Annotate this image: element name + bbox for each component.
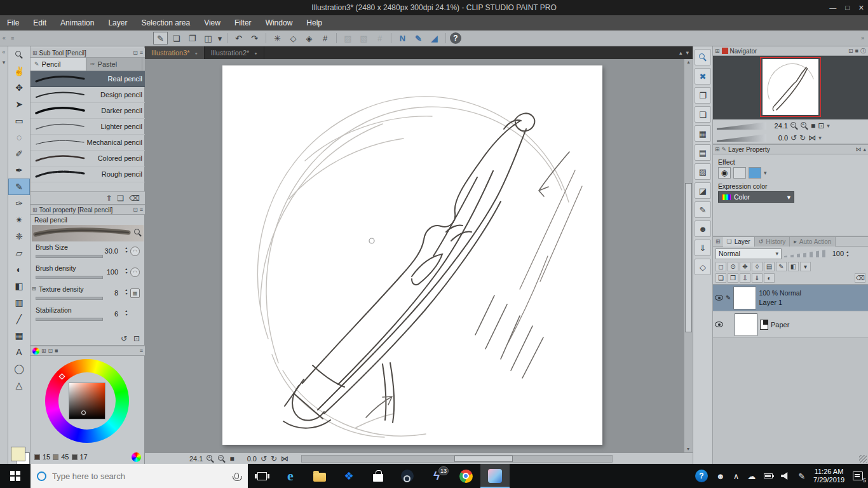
menu-window[interactable]: Window [259,18,300,27]
pressure-pen-button[interactable]: ✎ [411,32,426,44]
subtool-item-lighter-pencil[interactable]: Lighter pencil [31,119,145,135]
expression-color-dropdown[interactable]: Color ▾ [718,191,794,203]
flip-horizontal-icon[interactable]: ⋈ [281,454,288,463]
material-color-pattern-button[interactable]: ❐ [695,87,711,104]
tool-hand[interactable]: ✌ [8,63,30,79]
vertical-scrollbar[interactable]: ▴ ▾ [684,59,693,452]
drawing-canvas[interactable] [222,65,602,445]
nav-rotate-ccw-icon[interactable]: ↺ [790,133,797,142]
transfer-layer-button[interactable]: ⇩ [740,273,750,283]
nav-fit-icon[interactable]: ■ [811,121,815,130]
battery-icon[interactable] [764,473,773,478]
preview-zoom-icon[interactable] [134,229,142,236]
nav-rotate-menu-icon[interactable]: ▾ [818,135,822,141]
material-pen-button[interactable]: ✎ [695,201,711,218]
visibility-eye-icon[interactable] [715,295,723,301]
reset-settings-icon[interactable]: ↺ [121,334,127,343]
saturation-value-square[interactable] [69,383,105,419]
window-resize-grip[interactable] [859,455,867,463]
redo-button[interactable]: ↷ [247,32,262,44]
brush-density-slider[interactable] [36,276,103,279]
rotate-ccw-icon[interactable]: ↺ [261,454,267,463]
tab-scroll-up-icon[interactable]: ▴ [679,50,682,56]
tab-scroll-down-icon[interactable]: ▾ [686,50,689,56]
menu-animation[interactable]: Animation [53,18,101,27]
action-center-icon[interactable]: 5 [853,471,863,480]
lock-transparent-button[interactable]: ▤ [764,262,775,271]
tool-eraser[interactable]: ▱ [8,245,30,261]
subtool-item-colored-pencil[interactable]: Colored pencil [31,151,145,166]
subtool-tab-pencil[interactable]: ✎ Pencil [31,58,86,71]
start-button[interactable] [0,464,31,488]
deselect-button[interactable]: ✳ [270,32,285,44]
texture-density-settings-button[interactable]: ▦ [130,288,140,298]
layer-select-mode-button[interactable]: ◻ [715,262,726,271]
subview-tab-icon[interactable]: ⊡ [848,48,853,54]
opacity-down-icon[interactable]: ▾ [846,254,848,257]
nav-actual-size-icon[interactable]: ⊡ [818,121,824,130]
spin-down-icon[interactable]: ▾ [125,292,127,295]
layer-property-menu-icon[interactable]: ⊞ [715,147,720,152]
reference-layer-button[interactable]: ◧ [788,262,799,271]
tool-frame[interactable]: ▦ [8,327,30,344]
tool-gradient[interactable]: ▥ [8,294,30,311]
help-button[interactable]: ? [450,32,461,44]
subtool-tab-pastel[interactable]: ✑ Pastel [86,58,142,71]
subtool-item-darker-pencil[interactable]: Darker pencil [31,103,145,119]
menu-edit[interactable]: Edit [26,18,53,27]
info-icon[interactable]: ⓘ [860,48,866,54]
brush-size-slider[interactable] [36,255,103,258]
color-set-tab-icon[interactable]: ⊞ [41,348,46,354]
layer-color-effect-button[interactable] [749,167,761,179]
material-image-button[interactable]: ▤ [695,144,711,161]
subtool-panel-menu-icon[interactable]: ⊞ [32,50,37,56]
new-folder-button[interactable]: ❐ [728,273,738,283]
snap-ruler-button[interactable]: ◇ [286,32,301,44]
open-file-button[interactable]: ❐ [185,32,200,44]
scroll-down-icon[interactable]: ▾ [687,446,689,452]
quick-access-button[interactable] [695,49,711,65]
layer1-name[interactable]: Layer 1 [759,299,801,306]
layer-toggle-menu-icon[interactable]: ▾ [800,262,811,271]
brush-density-dynamics-button[interactable]: ◠ [130,268,140,277]
tool-pen[interactable]: ✒ [8,162,30,179]
tool-zoom[interactable] [8,46,30,63]
menu-view[interactable]: View [197,18,227,27]
people-icon[interactable]: ☻ [716,472,725,480]
tab-auto-action[interactable]: ▸ Auto Action [790,237,836,247]
tool-airbrush[interactable]: ✴ [8,212,30,228]
paper-thumbnail[interactable] [735,313,757,336]
warning-tab-icon[interactable]: ▴ [863,147,866,152]
tool-lasso[interactable]: ◌ [8,129,30,146]
tool-settings-button[interactable]: ✎ [153,32,168,44]
layer-panel-menu-icon[interactable]: ⊞ [713,239,723,245]
tone-effect-button[interactable] [733,167,746,179]
zoom-slider[interactable] [717,122,766,130]
material-manga-button[interactable]: ▦ [695,125,711,142]
subtool-item-real-pencil[interactable]: Real pencil [31,71,145,87]
save-menu-button[interactable]: ▾ [217,32,223,44]
tool-property-dock-icon[interactable]: ⊡ [133,207,138,213]
taskbar-edge[interactable]: e [276,464,305,488]
taskbar-dropbox[interactable]: ❖ [334,464,363,488]
new-subtool-icon[interactable]: ❏ [117,194,124,203]
vertical-scroll-thumb[interactable] [685,183,692,332]
taskbar-store[interactable] [363,464,393,488]
material-search-button[interactable]: ◇ [695,259,711,275]
strip-caret-icon[interactable]: ▾ [3,59,6,65]
lock-layer-button[interactable]: ◊ [752,262,763,271]
tool-pencil[interactable]: ✎ [8,179,30,195]
spin-down-icon[interactable]: ▾ [125,313,127,316]
material-download-button[interactable]: ⇓ [695,240,711,256]
nav-flip-icon[interactable]: ⋈ [808,133,816,142]
color-mix-tab-icon[interactable]: ⊡ [48,348,53,354]
subtool-item-mechanical-pencil[interactable]: Mechanical pencil [31,135,145,151]
layer-row-layer1[interactable]: ✎ 100 % Normal Layer 1 [713,285,868,311]
navigator-preview[interactable] [713,56,868,119]
collapse-panels-icon[interactable]: « [2,49,5,55]
copy-subtool-icon[interactable]: ⇑ [105,194,112,203]
tool-property-menu-icon[interactable]: ⊞ [32,207,37,213]
draft-layer-button[interactable]: ✎ [776,262,787,271]
zoom-out-icon[interactable]: − [218,455,226,463]
navigator-menu-icon[interactable]: ⊞ [715,48,720,54]
